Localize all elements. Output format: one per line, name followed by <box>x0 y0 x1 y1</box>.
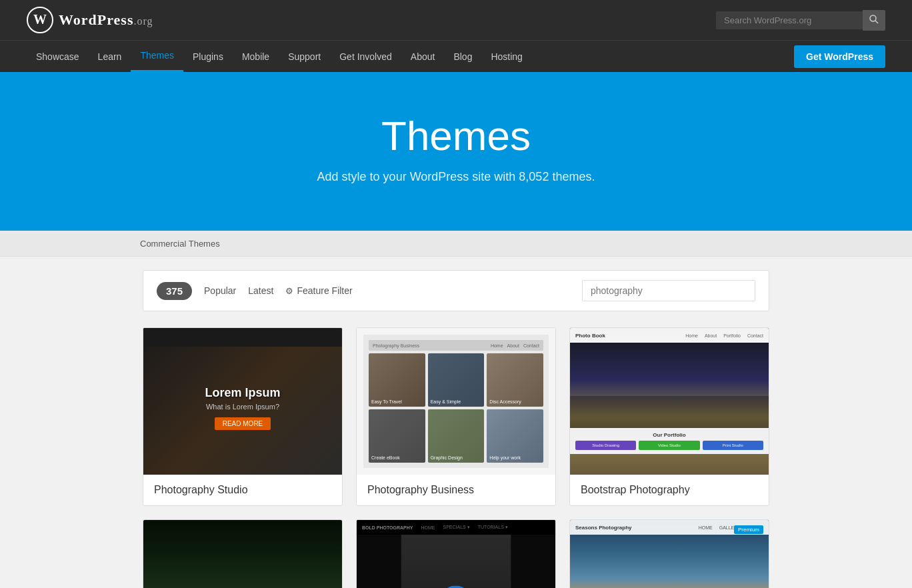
nav-item-blog[interactable]: Blog <box>444 42 481 71</box>
theme-name-photography-business: Photography Business <box>357 475 555 505</box>
pb-cell-6: Help your work <box>487 409 543 463</box>
nav-item-get-involved[interactable]: Get Involved <box>330 42 401 71</box>
bp2-left <box>357 535 401 588</box>
feature-filter-label: Feature Filter <box>297 285 352 296</box>
nav-link-showcase[interactable]: Showcase <box>27 42 89 71</box>
logo-wordmark: WordPress <box>59 11 133 28</box>
theme-card-online-photography[interactable]: Online Photography Just Another Blog The… <box>143 519 343 588</box>
site-search-input[interactable] <box>716 11 863 29</box>
nav-link-support[interactable]: Support <box>279 42 330 71</box>
site-search-button[interactable] <box>863 10 885 31</box>
commercial-bar: Commercial Themes <box>0 231 912 257</box>
nav-link-themes[interactable]: Themes <box>131 41 183 72</box>
search-themes-input[interactable] <box>582 280 755 301</box>
theme-thumbnail-photography-business: Photography Business Home About Contact … <box>357 328 555 475</box>
ps-btn: READ MORE <box>215 417 271 430</box>
theme-thumbnail-photography-studio: Lorem Ipsum What is Lorem Ipsum? READ MO… <box>143 328 342 475</box>
nav-item-support[interactable]: Support <box>279 42 330 71</box>
theme-count-badge: 375 <box>157 282 192 300</box>
filter-left: 375 Popular Latest ⚙ Feature Filter <box>157 282 353 300</box>
search-area <box>716 10 885 31</box>
latest-filter-link[interactable]: Latest <box>248 285 273 296</box>
pb-cell-4: Create eBook <box>369 409 425 463</box>
theme-name-bootstrap-photography: Bootstrap Photography <box>570 475 769 505</box>
theme-card-photography-business[interactable]: Photography Business Home About Contact … <box>356 327 556 506</box>
theme-name-photography-studio: Photography Studio <box>143 475 342 505</box>
svg-text:W: W <box>33 12 47 27</box>
theme-card-bold-photography[interactable]: BOLD PHOTOGRAPHY HOME SPECIALS ▾ TUTORIA… <box>356 519 556 588</box>
svg-line-3 <box>875 21 878 23</box>
wordpress-logo: W <box>27 7 53 33</box>
logo-area: W WordPress.org <box>27 7 153 33</box>
feature-filter-button[interactable]: ⚙ Feature Filter <box>285 285 352 296</box>
bp-portfolio-section: Our Portfolio Studio Drawing Video Studi… <box>570 428 769 454</box>
theme-card-sunset-photography[interactable]: Seasons Photography HOME GALLERY ABOUT P… <box>569 519 769 588</box>
hero-section: Themes Add style to your WordPress site … <box>0 72 912 231</box>
nav-link-blog[interactable]: Blog <box>444 42 481 71</box>
bp-card-2: Video Studio <box>639 441 699 450</box>
bp-card-3: Print Studio <box>703 441 763 450</box>
pb-cell-2: Easy & Simple <box>428 353 485 407</box>
theme-thumbnail-sunset-photography: Seasons Photography HOME GALLERY ABOUT P… <box>570 520 769 588</box>
pb-topbar: Photography Business Home About Contact <box>369 340 543 351</box>
theme-card-photography-studio[interactable]: Lorem Ipsum What is Lorem Ipsum? READ MO… <box>143 327 343 506</box>
nav-link-plugins[interactable]: Plugins <box>183 42 233 71</box>
gear-icon: ⚙ <box>285 286 293 296</box>
bp-portfolio-label: Our Portfolio <box>575 432 763 438</box>
svg-point-2 <box>870 15 876 21</box>
nav-link-learn[interactable]: Learn <box>89 42 131 71</box>
bp2-figure: 👤 <box>401 535 511 588</box>
hero-title: Themes <box>13 112 899 159</box>
nav-link-get-involved[interactable]: Get Involved <box>330 42 401 71</box>
nav-item-themes[interactable]: Themes <box>131 41 183 72</box>
main-content: 375 Popular Latest ⚙ Feature Filter Lore… <box>129 257 783 588</box>
nav-item-about[interactable]: About <box>401 42 445 71</box>
theme-grid: Lorem Ipsum What is Lorem Ipsum? READ MO… <box>143 327 769 588</box>
nav-item-showcase[interactable]: Showcase <box>27 42 89 71</box>
pb-cell-3: Disc Accessory <box>487 353 543 407</box>
ps-subtitle: What is Lorem Ipsum? <box>205 403 280 411</box>
ps-title: Lorem Ipsum <box>205 386 280 400</box>
bp-cards: Studio Drawing Video Studio Print Studio <box>575 441 763 450</box>
bp2-right <box>511 535 555 588</box>
theme-thumbnail-bold-photography: BOLD PHOTOGRAPHY HOME SPECIALS ▾ TUTORIA… <box>357 520 555 588</box>
nav-links: Showcase Learn Themes Plugins Mobile Sup… <box>27 41 532 72</box>
ps-thumbnail-content: Lorem Ipsum What is Lorem Ipsum? READ MO… <box>205 386 280 430</box>
pb-grid: Easy To Travel Easy & Simple Disc Access… <box>369 353 543 463</box>
popular-filter-link[interactable]: Popular <box>204 285 236 296</box>
theme-card-bootstrap-photography[interactable]: Photo Book Home About Portfolio Contact … <box>569 327 769 506</box>
hero-subtitle: Add style to your WordPress site with 8,… <box>13 170 899 184</box>
bp-hero-bg <box>570 343 769 436</box>
pb-cell-1: Easy To Travel <box>369 353 425 407</box>
nav-link-hosting[interactable]: Hosting <box>481 42 531 71</box>
pb-layout: Photography Business Home About Contact … <box>363 335 549 468</box>
sp-overlay: Premium <box>734 525 763 534</box>
commercial-themes-link[interactable]: Commercial Themes <box>140 239 220 249</box>
search-icon <box>869 15 879 24</box>
nav-item-mobile[interactable]: Mobile <box>233 42 279 71</box>
logo-text: WordPress.org <box>59 11 153 29</box>
logo-org: .org <box>133 15 153 27</box>
theme-thumbnail-bootstrap-photography: Photo Book Home About Portfolio Contact … <box>570 328 769 475</box>
bp-topbar: Photo Book Home About Portfolio Contact <box>570 328 769 343</box>
bp-card-1: Studio Drawing <box>575 441 636 450</box>
site-header: W WordPress.org <box>0 0 912 40</box>
nav-bar: Showcase Learn Themes Plugins Mobile Sup… <box>0 40 912 72</box>
nav-item-hosting[interactable]: Hosting <box>481 42 531 71</box>
nav-item-learn[interactable]: Learn <box>89 42 131 71</box>
nav-link-about[interactable]: About <box>401 42 445 71</box>
get-wordpress-button[interactable]: Get WordPress <box>794 45 885 68</box>
nav-item-plugins[interactable]: Plugins <box>183 42 233 71</box>
bp2-topbar: BOLD PHOTOGRAPHY HOME SPECIALS ▾ TUTORIA… <box>357 520 555 535</box>
theme-thumbnail-online-photography: Online Photography Just Another Blog The… <box>143 520 342 588</box>
filter-bar: 375 Popular Latest ⚙ Feature Filter <box>143 270 769 311</box>
pb-cell-5: Graphic Design <box>428 409 485 463</box>
nav-link-mobile[interactable]: Mobile <box>233 42 279 71</box>
